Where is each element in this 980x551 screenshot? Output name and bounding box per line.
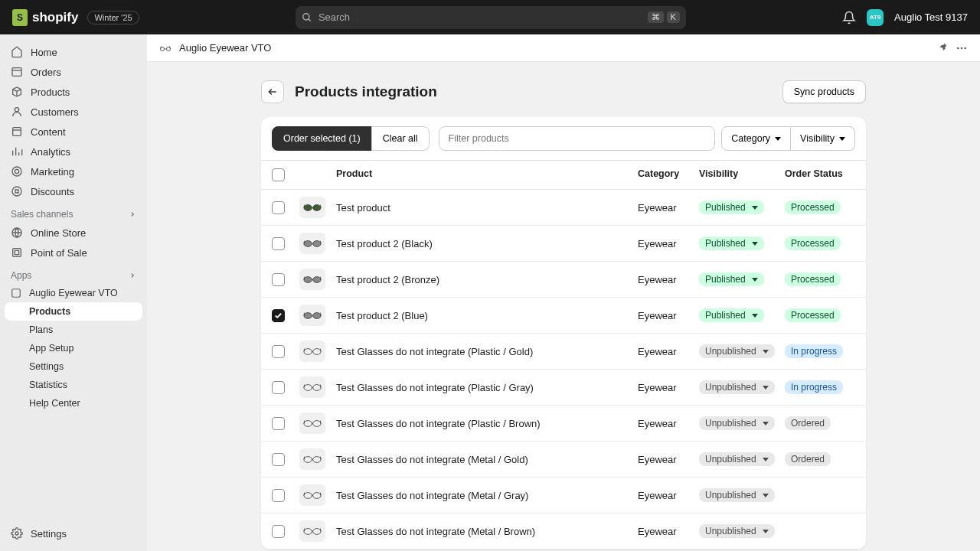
table-header: Product Category Visibility Order Status [261, 160, 866, 190]
svg-point-18 [15, 532, 18, 535]
visibility-badge[interactable]: Unpublished [699, 380, 775, 394]
search-input[interactable]: Search ⌘ K [296, 6, 686, 29]
sidebar-appsub-0[interactable]: Products [5, 302, 142, 321]
sidebar-appsub-4[interactable]: Statistics [0, 376, 147, 394]
nav-icon [11, 227, 23, 239]
sidebar-item-orders[interactable]: Orders [0, 62, 147, 82]
status-badge: In progress [785, 344, 843, 358]
visibility-badge[interactable]: Published [699, 236, 764, 250]
visibility-badge[interactable]: Unpublished [699, 416, 775, 430]
svg-point-41 [304, 493, 312, 499]
visibility-badge[interactable]: Published [699, 201, 764, 214]
sidebar-item-discounts[interactable]: Discounts [0, 181, 147, 201]
product-thumbnail [299, 484, 325, 506]
product-category: Eyewear [638, 346, 699, 357]
sidebar-item-analytics[interactable]: Analytics [0, 142, 147, 161]
visibility-badge[interactable]: Published [699, 308, 764, 322]
sidebar-appsub-1[interactable]: Plans [0, 321, 147, 339]
nav-icon [11, 86, 23, 98]
back-button[interactable] [261, 80, 284, 103]
visibility-dropdown[interactable]: Visibility [791, 126, 855, 151]
svg-point-30 [313, 277, 321, 283]
logo[interactable]: shopify [12, 9, 78, 26]
caret-down-icon [775, 137, 781, 141]
product-category: Eyewear [638, 490, 699, 501]
avatar[interactable]: AT9 [867, 9, 884, 26]
sidebar-appsub-2[interactable]: App Setup [0, 339, 147, 357]
svg-point-44 [313, 529, 321, 535]
row-checkbox[interactable] [272, 489, 285, 502]
apps-header[interactable]: Apps [0, 262, 147, 284]
sales-channels-header[interactable]: Sales channels [0, 201, 147, 223]
more-icon[interactable] [956, 42, 968, 54]
product-name[interactable]: Test Glasses do not integrate (Metal / G… [336, 490, 638, 501]
pin-icon[interactable] [937, 42, 948, 53]
caret-down-icon [763, 422, 769, 425]
sidebar-appsub-5[interactable]: Help Center [0, 394, 147, 412]
sidebar-item-content[interactable]: Content [0, 122, 147, 142]
order-selected-button[interactable]: Order selected (1) [272, 126, 372, 151]
gear-icon [11, 527, 23, 540]
svg-point-22 [961, 47, 963, 49]
svg-point-23 [964, 47, 966, 49]
product-category: Eyewear [638, 382, 699, 393]
product-name[interactable]: Test product [336, 202, 638, 214]
sidebar-app-auglio[interactable]: Auglio Eyewear VTO [0, 284, 147, 302]
user-name[interactable]: Auglio Test 9137 [894, 11, 968, 23]
visibility-badge[interactable]: Unpublished [699, 344, 775, 358]
row-checkbox[interactable] [272, 237, 285, 250]
sidebar-item-home[interactable]: Home [0, 42, 147, 62]
sidebar-appsub-3[interactable]: Settings [0, 357, 147, 376]
table-row: Test Glasses do not integrate (Plastic /… [261, 370, 866, 406]
product-name[interactable]: Test Glasses do not integrate (Plastic /… [336, 346, 638, 357]
product-category: Eyewear [638, 274, 699, 285]
product-name[interactable]: Test product 2 (Blue) [336, 310, 638, 321]
visibility-badge[interactable]: Unpublished [699, 524, 775, 538]
sidebar-sales-1[interactable]: Point of Sale [0, 243, 147, 262]
product-name[interactable]: Test Glasses do not integrate (Metal / G… [336, 454, 638, 465]
svg-rect-15 [13, 249, 21, 257]
status-badge: Processed [785, 236, 841, 250]
bell-icon[interactable] [842, 11, 856, 24]
row-checkbox[interactable] [272, 201, 285, 214]
visibility-badge[interactable]: Unpublished [699, 452, 775, 466]
sync-products-button[interactable]: Sync products [782, 80, 866, 103]
svg-point-36 [313, 385, 321, 391]
visibility-badge[interactable]: Published [699, 272, 764, 286]
sidebar-item-products[interactable]: Products [0, 82, 147, 102]
table-row: Test Glasses do not integrate (Metal / B… [261, 514, 866, 549]
caret-down-icon [763, 350, 769, 354]
row-checkbox[interactable] [272, 417, 285, 430]
svg-point-34 [313, 349, 321, 355]
svg-point-42 [313, 493, 321, 499]
sidebar-item-customers[interactable]: Customers [0, 102, 147, 122]
category-dropdown[interactable]: Category [721, 126, 791, 151]
search-placeholder: Search [318, 11, 642, 23]
filter-input[interactable] [439, 126, 716, 151]
row-checkbox[interactable] [272, 345, 285, 358]
svg-point-33 [304, 349, 312, 355]
visibility-badge[interactable]: Unpublished [699, 488, 775, 502]
select-all-checkbox[interactable] [272, 168, 285, 181]
product-name[interactable]: Test Glasses do not integrate (Plastic /… [336, 418, 638, 429]
product-name[interactable]: Test Glasses do not integrate (Plastic /… [336, 382, 638, 393]
svg-point-39 [304, 457, 312, 463]
topbar: shopify Winter '25 Search ⌘ K AT9 Auglio… [0, 0, 980, 34]
svg-point-29 [304, 277, 312, 283]
app-title: Auglio Eyewear VTO [179, 42, 271, 54]
svg-point-37 [304, 421, 312, 427]
row-checkbox[interactable] [272, 309, 285, 322]
arrow-left-icon [267, 86, 278, 97]
sidebar-settings[interactable]: Settings [0, 523, 147, 543]
row-checkbox[interactable] [272, 453, 285, 466]
product-name[interactable]: Test product 2 (Bronze) [336, 274, 638, 285]
row-checkbox[interactable] [272, 381, 285, 394]
sidebar-item-marketing[interactable]: Marketing [0, 161, 147, 181]
winter-badge[interactable]: Winter '25 [87, 11, 139, 24]
row-checkbox[interactable] [272, 273, 285, 286]
product-name[interactable]: Test product 2 (Black) [336, 238, 638, 249]
product-name[interactable]: Test Glasses do not integrate (Metal / B… [336, 526, 638, 537]
clear-all-button[interactable]: Clear all [371, 126, 430, 151]
row-checkbox[interactable] [272, 525, 285, 538]
sidebar-sales-0[interactable]: Online Store [0, 223, 147, 243]
